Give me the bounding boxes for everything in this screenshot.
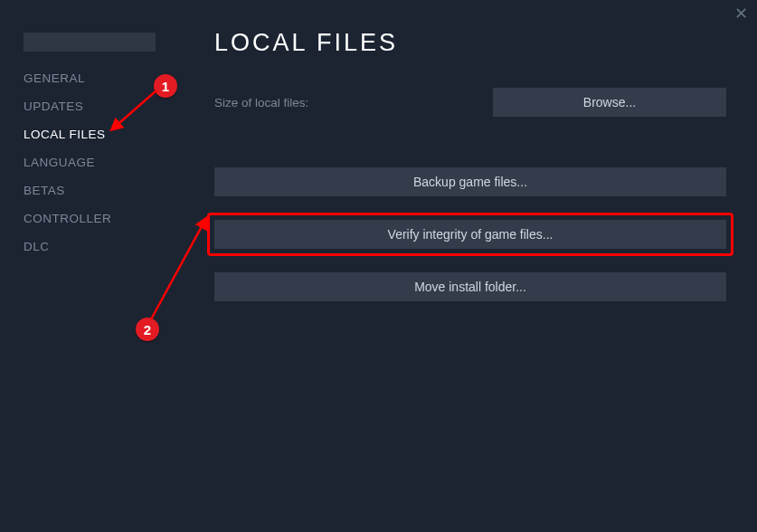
backup-game-files-button[interactable]: Backup game files... — [214, 167, 726, 196]
sidebar-item-betas[interactable]: BETAS — [24, 184, 194, 197]
page-title: LOCAL FILES — [214, 29, 726, 57]
size-row: Size of local files: Browse... — [214, 88, 726, 117]
verify-integrity-button[interactable]: Verify integrity of game files... — [214, 220, 726, 249]
browse-button[interactable]: Browse... — [493, 88, 726, 117]
sidebar-item-controller[interactable]: CONTROLLER — [24, 212, 194, 225]
annotation-callout-1: 1 — [154, 74, 177, 98]
main-panel: LOCAL FILES Size of local files: Browse.… — [194, 0, 757, 532]
close-icon[interactable]: ✕ — [734, 5, 748, 22]
annotation-highlight: Verify integrity of game files... — [207, 213, 733, 256]
sidebar-item-local-files[interactable]: LOCAL FILES — [24, 128, 194, 141]
size-label: Size of local files: — [214, 96, 308, 109]
sidebar-item-language[interactable]: LANGUAGE — [24, 156, 194, 169]
move-install-folder-button[interactable]: Move install folder... — [214, 272, 726, 301]
sidebar-item-dlc[interactable]: DLC — [24, 240, 194, 253]
sidebar-item-updates[interactable]: UPDATES — [24, 100, 194, 113]
sidebar-header-placeholder — [24, 33, 156, 52]
annotation-callout-2: 2 — [136, 318, 159, 341]
properties-dialog: GENERAL UPDATES LOCAL FILES LANGUAGE BET… — [0, 0, 757, 532]
